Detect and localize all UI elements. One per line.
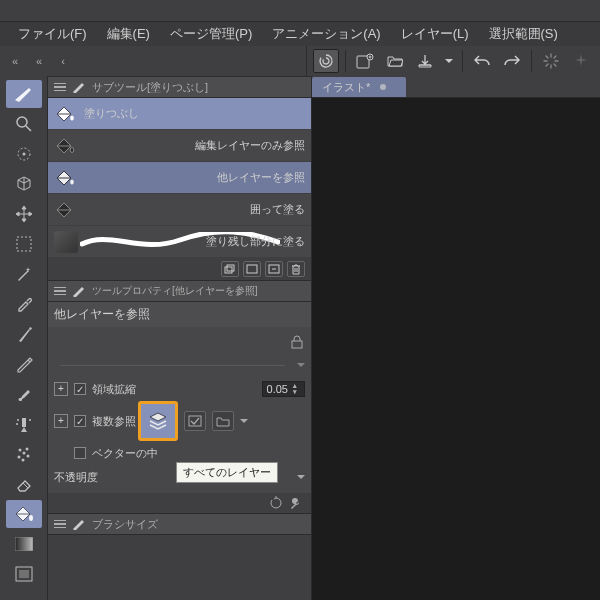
tool-fill[interactable]: [6, 500, 42, 528]
checkbox-vector[interactable]: [74, 447, 86, 459]
checkbox-multi-ref[interactable]: [74, 415, 86, 427]
tool-palette: [0, 76, 48, 600]
tool-eyedropper[interactable]: [6, 290, 42, 318]
svg-point-12: [22, 153, 25, 156]
toolprop-header-label: 他レイヤーを参照: [48, 302, 311, 327]
tool-decoration[interactable]: [6, 440, 42, 468]
brush-size-panel-header[interactable]: ブラシサイズ: [48, 513, 311, 535]
duplicate-subtool-icon[interactable]: [221, 261, 239, 277]
tool-marquee[interactable]: [6, 230, 42, 258]
menu-file[interactable]: ファイル(F): [8, 21, 97, 47]
menu-edit[interactable]: 編集(E): [97, 21, 160, 47]
checkbox-area-shrink[interactable]: [74, 383, 86, 395]
brush-icon: [72, 285, 86, 297]
subtool-other-layer-ref[interactable]: 他レイヤーを参照: [48, 162, 311, 194]
tool-pencil[interactable]: [6, 350, 42, 378]
menu-page[interactable]: ページ管理(P): [160, 21, 262, 47]
svg-point-28: [70, 115, 74, 120]
subtool-edit-layer-only[interactable]: 編集レイヤーのみ参照: [48, 130, 311, 162]
svg-point-19: [25, 448, 28, 451]
tool-figure[interactable]: [6, 560, 42, 588]
undo-icon[interactable]: [469, 49, 495, 73]
area-shrink-value: 0.05: [267, 383, 288, 395]
slider-track[interactable]: [60, 365, 285, 366]
expand-icon[interactable]: +: [54, 382, 68, 396]
tool-magnifier[interactable]: [6, 110, 42, 138]
prop-multi-ref-label: 複数参照: [92, 414, 136, 429]
ref-option-folder-icon[interactable]: [212, 411, 234, 431]
svg-rect-14: [22, 418, 26, 427]
settings-subtool-icon[interactable]: [265, 261, 283, 277]
tool-3d[interactable]: [6, 170, 42, 198]
panel-menu-icon[interactable]: [54, 520, 66, 529]
spinner-icon[interactable]: ▴▾: [290, 383, 300, 395]
panel-collapse-icon[interactable]: «: [8, 54, 22, 68]
menu-select[interactable]: 選択範囲(S): [479, 21, 568, 47]
subtool-label: 他レイヤーを参照: [217, 170, 305, 185]
subtool-fill[interactable]: 塗りつぶし: [48, 98, 311, 130]
subtool-enclose-fill[interactable]: 囲って塗る: [48, 194, 311, 226]
svg-rect-13: [17, 237, 31, 251]
loading-spinner-icon: [538, 49, 564, 73]
chevron-down-icon[interactable]: [297, 475, 305, 480]
tooltip-all-layers: すべてのレイヤー: [176, 462, 278, 483]
swirl-tool-icon[interactable]: [313, 49, 339, 73]
svg-point-10: [17, 117, 27, 127]
svg-rect-32: [227, 265, 234, 271]
reset-icon[interactable]: [269, 496, 283, 510]
panel-back-icon[interactable]: ‹: [56, 54, 70, 68]
svg-point-22: [22, 452, 25, 455]
ref-option-check-icon[interactable]: [184, 411, 206, 431]
menu-layer[interactable]: レイヤー(L): [391, 21, 479, 47]
lock-icon[interactable]: [291, 335, 303, 349]
subtool-panel-header[interactable]: サブツール[塗りつぶし]: [48, 76, 311, 98]
panel-menu-icon[interactable]: [54, 83, 66, 92]
tool-move[interactable]: [6, 200, 42, 228]
tool-brush[interactable]: [6, 380, 42, 408]
tool-eraser[interactable]: [6, 470, 42, 498]
svg-line-7: [554, 64, 556, 66]
canvas-viewport[interactable]: [312, 98, 600, 600]
tool-wand[interactable]: [6, 260, 42, 288]
brush-icon: [72, 518, 86, 530]
area-shrink-value-field[interactable]: 0.05 ▴▾: [262, 381, 305, 397]
svg-point-18: [18, 449, 21, 452]
svg-rect-36: [189, 416, 201, 426]
brush-size-panel-title: ブラシサイズ: [92, 517, 158, 532]
delete-subtool-icon[interactable]: [287, 261, 305, 277]
svg-point-24: [29, 515, 33, 521]
thumbnail-icon: [54, 231, 78, 253]
new-doc-icon[interactable]: [352, 49, 378, 73]
menu-animation[interactable]: アニメーション(A): [262, 21, 390, 47]
sparkle-icon[interactable]: [568, 49, 594, 73]
toolprop-panel-header[interactable]: ツールプロパティ[他レイヤーを参照]: [48, 280, 311, 302]
redo-icon[interactable]: [499, 49, 525, 73]
chevron-down-icon[interactable]: [240, 419, 248, 424]
add-subtool-icon[interactable]: [243, 261, 261, 277]
subtool-paint-unfilled[interactable]: 塗り残し部分に塗る: [48, 226, 311, 258]
document-tab-bar: イラスト*: [312, 76, 600, 98]
svg-point-16: [29, 419, 31, 421]
expand-icon[interactable]: +: [54, 414, 68, 428]
panel-collapse-icon[interactable]: «: [32, 54, 46, 68]
prop-area-shrink-row: + 領域拡縮 0.05 ▴▾: [48, 377, 311, 401]
panel-menu-icon[interactable]: [54, 287, 66, 296]
wrench-icon[interactable]: [289, 496, 303, 510]
document-area: イラスト*: [312, 76, 600, 600]
prop-area-shrink-label: 領域拡縮: [92, 382, 136, 397]
tool-airbrush[interactable]: [6, 410, 42, 438]
save-dropdown-icon[interactable]: [442, 49, 456, 73]
prop-opacity-label: 不透明度: [54, 470, 98, 485]
save-icon[interactable]: [412, 49, 438, 73]
all-layers-option-highlighted[interactable]: [138, 401, 178, 441]
tool-gradient[interactable]: [6, 530, 42, 558]
tool-pen[interactable]: [6, 320, 42, 348]
document-tab[interactable]: イラスト*: [312, 77, 406, 97]
tool-brush-group-tab[interactable]: [6, 80, 42, 108]
open-folder-icon[interactable]: [382, 49, 408, 73]
chevron-down-icon[interactable]: [297, 363, 305, 368]
subtool-label: 編集レイヤーのみ参照: [195, 138, 305, 153]
svg-line-8: [546, 64, 548, 66]
tool-operation[interactable]: [6, 140, 42, 168]
bucket-dark-icon: [54, 200, 76, 220]
